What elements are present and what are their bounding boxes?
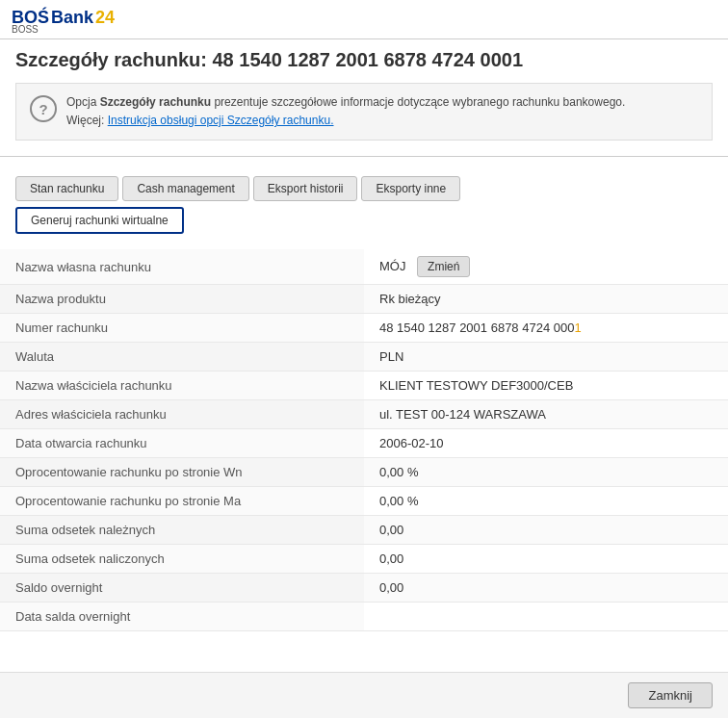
tab-stan-rachunku[interactable]: Stan rachunku — [15, 176, 118, 201]
tabs-row2: Generuj rachunki wirtualne — [15, 207, 713, 234]
field-label: Nazwa produktu — [0, 285, 364, 314]
field-value: MÓJ Zmień — [364, 249, 728, 285]
field-label: Nazwa własna rachunku — [0, 249, 364, 285]
tabs-area: Stan rachunku Cash management Eksport hi… — [0, 168, 728, 238]
account-number: 48 1540 1287 2001 6878 4724 0001 — [379, 321, 582, 335]
table-row: Numer rachunku 48 1540 1287 2001 6878 47… — [0, 314, 728, 343]
table-row: Suma odsetek należnych 0,00 — [0, 516, 728, 545]
nazwa-własna-value: MÓJ — [379, 259, 405, 273]
field-value: 0,00 — [364, 516, 728, 545]
info-prefix: Opcja — [66, 95, 100, 109]
table-row: Nazwa produktu Rk bieżący — [0, 285, 728, 314]
account-last-digit: 1 — [574, 321, 581, 335]
table-row: Nazwa właściciela rachunku KLIENT TESTOW… — [0, 372, 728, 400]
logo-bank: Bank — [51, 8, 93, 28]
table-row: Nazwa własna rachunku MÓJ Zmień — [0, 249, 728, 285]
field-value: KLIENT TESTOWY DEF3000/CEB — [364, 372, 728, 400]
field-value: Rk bieżący — [364, 285, 728, 314]
page-title: Szczegóły rachunku: 48 1540 1287 2001 68… — [15, 49, 713, 71]
table-row: Waluta PLN — [0, 343, 728, 372]
info-link[interactable]: Instrukcja obsługi opcji Szczegóły rachu… — [108, 114, 334, 127]
field-label: Saldo overnight — [0, 574, 364, 603]
footer-bar: Zamknij — [0, 672, 728, 718]
field-label: Suma odsetek należnych — [0, 516, 364, 545]
info-icon: ? — [30, 95, 57, 122]
field-label: Data salda overnight — [0, 603, 364, 631]
header: BOŚBank24 BOSS — [0, 0, 728, 39]
page-wrapper: BOŚBank24 BOSS Szczegóły rachunku: 48 15… — [0, 0, 728, 718]
field-value — [364, 603, 728, 631]
table-row: Saldo overnight 0,00 — [0, 574, 728, 603]
field-label: Waluta — [0, 343, 364, 372]
field-value: 48 1540 1287 2001 6878 4724 0001 — [364, 314, 728, 343]
tab-cash-management[interactable]: Cash management — [122, 176, 248, 201]
table-row: Oprocentowanie rachunku po stronie Wn 0,… — [0, 458, 728, 487]
field-value: 2006-02-10 — [364, 429, 728, 458]
logo-24: 24 — [95, 8, 115, 28]
tabs-row1: Stan rachunku Cash management Eksport hi… — [15, 176, 713, 201]
tab-generuj-rachunki[interactable]: Generuj rachunki wirtualne — [15, 207, 184, 234]
field-value: ul. TEST 00-124 WARSZAWA — [364, 400, 728, 429]
field-label: Suma odsetek naliczonych — [0, 545, 364, 574]
info-bold: Szczegóły rachunku — [100, 95, 211, 109]
field-label: Adres właściciela rachunku — [0, 400, 364, 429]
field-value: 0,00 — [364, 545, 728, 574]
zamknij-button[interactable]: Zamknij — [628, 682, 713, 708]
field-value: 0,00 % — [364, 458, 728, 487]
info-text: Opcja Szczegóły rachunku prezentuje szcz… — [66, 93, 625, 130]
zmien-button[interactable]: Zmień — [417, 256, 470, 277]
field-label: Oprocentowanie rachunku po stronie Ma — [0, 487, 364, 516]
field-value: 0,00 % — [364, 487, 728, 516]
data-table: Nazwa własna rachunku MÓJ Zmień Nazwa pr… — [0, 249, 728, 631]
info-more-label: Więcej: — [66, 114, 108, 127]
field-value: 0,00 — [364, 574, 728, 603]
table-row: Oprocentowanie rachunku po stronie Ma 0,… — [0, 487, 728, 516]
table-row: Suma odsetek naliczonych 0,00 — [0, 545, 728, 574]
field-label: Data otwarcia rachunku — [0, 429, 364, 458]
page-title-bar: Szczegóły rachunku: 48 1540 1287 2001 68… — [0, 39, 728, 83]
table-row: Adres właściciela rachunku ul. TEST 00-1… — [0, 400, 728, 429]
field-value: PLN — [364, 343, 728, 372]
logo-boss: BOSS — [12, 24, 716, 35]
info-box: ? Opcja Szczegóły rachunku prezentuje sz… — [15, 83, 713, 141]
tab-eksporty-inne[interactable]: Eksporty inne — [361, 176, 460, 201]
info-suffix: prezentuje szczegółowe informacje dotycz… — [211, 95, 625, 109]
field-label: Numer rachunku — [0, 314, 364, 343]
table-row: Data otwarcia rachunku 2006-02-10 — [0, 429, 728, 458]
divider — [0, 156, 728, 157]
table-row: Data salda overnight — [0, 603, 728, 631]
field-label: Oprocentowanie rachunku po stronie Wn — [0, 458, 364, 487]
field-label: Nazwa właściciela rachunku — [0, 372, 364, 400]
tab-eksport-historii[interactable]: Eksport historii — [253, 176, 358, 201]
